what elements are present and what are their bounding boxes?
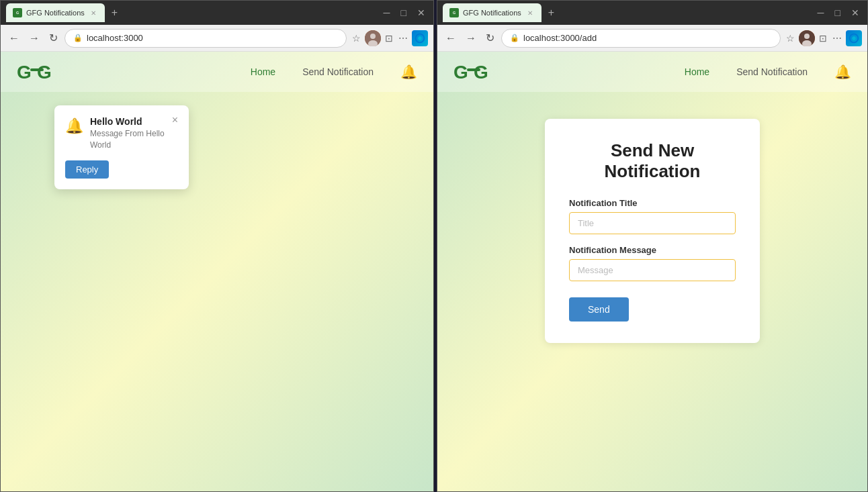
tab-close-left[interactable]: ✕: [89, 8, 98, 17]
maximize-button-left[interactable]: □: [398, 6, 409, 19]
title-input[interactable]: [569, 212, 736, 234]
forward-button-right[interactable]: →: [463, 31, 479, 46]
split-button-right[interactable]: ⊡: [818, 32, 828, 45]
title-field-label: Notification Title: [569, 198, 736, 208]
minimize-button-right[interactable]: ─: [815, 6, 827, 19]
close-button-right[interactable]: ✕: [849, 6, 862, 19]
new-tab-button-right[interactable]: +: [544, 5, 558, 20]
svg-point-3: [370, 34, 376, 39]
gfg-logo-left: G G: [17, 60, 57, 84]
form-container: Send New Notification Notification Title…: [437, 92, 867, 370]
reply-button[interactable]: Reply: [65, 160, 109, 179]
tab-favicon-left: G: [13, 8, 22, 17]
back-button-left[interactable]: ←: [6, 31, 22, 46]
url-text-right: localhost:3000/add: [523, 33, 772, 43]
address-bar-left: ← → ↻ 🔒 localhost:3000 ☆ ⊡ ⋯: [1, 25, 433, 52]
notif-close-button[interactable]: ×: [172, 115, 178, 126]
browser-window-right: G GFG Notifications ✕ + ─ □ ✕ ← → ↻ 🔒 lo…: [437, 0, 868, 492]
back-button-right[interactable]: ←: [443, 31, 459, 46]
nav-links-right: Home Send Notification 🔔: [685, 64, 851, 80]
star-button-left[interactable]: ☆: [351, 32, 362, 45]
app-content-right: G G Home Send Notification 🔔 Send New No…: [437, 52, 867, 491]
maximize-button-right[interactable]: □: [832, 6, 843, 19]
title-bar-left: G GFG Notifications ✕ + ─ □ ✕: [1, 1, 433, 25]
svg-text:G: G: [17, 62, 32, 83]
svg-point-11: [804, 34, 810, 39]
title-bar-right: G GFG Notifications ✕ + ─ □ ✕: [437, 1, 867, 25]
bell-icon-left[interactable]: 🔔: [400, 64, 417, 80]
split-button-left[interactable]: ⊡: [384, 32, 394, 45]
app-content-left: G G Home Send Notification 🔔 🔔 Hello Wor…: [1, 52, 433, 491]
url-bar-right[interactable]: 🔒 localhost:3000/add: [501, 29, 781, 48]
address-bar-right: ← → ↻ 🔒 localhost:3000/add ☆ ⊡ ⋯: [437, 25, 867, 52]
new-tab-button-left[interactable]: +: [107, 5, 122, 20]
app-navbar-right: G G Home Send Notification 🔔: [437, 52, 867, 92]
lock-icon-left: 🔒: [73, 34, 83, 42]
browser-window-left: G GFG Notifications ✕ + ─ □ ✕ ← → ↻ 🔒 lo…: [0, 0, 434, 492]
send-button[interactable]: Send: [569, 297, 629, 322]
lock-icon-right: 🔒: [510, 34, 519, 42]
notif-content: Hello World Message From Hello World: [90, 116, 165, 151]
notif-bell-icon: 🔔: [65, 117, 83, 135]
url-bar-left[interactable]: 🔒 localhost:3000: [64, 29, 347, 48]
bell-icon-right[interactable]: 🔔: [834, 64, 851, 80]
send-notification-link-right[interactable]: Send Notification: [736, 66, 808, 77]
notif-title: Hello World: [90, 116, 165, 127]
tabs-area-left: G GFG Notifications ✕ +: [6, 3, 378, 22]
address-bar-actions-left: ☆ ⊡ ⋯: [351, 30, 428, 46]
edge-icon-right: [846, 30, 862, 46]
minimize-button-left[interactable]: ─: [381, 6, 393, 19]
home-link-left[interactable]: Home: [251, 66, 275, 77]
svg-text:G: G: [453, 11, 455, 15]
forward-button-left[interactable]: →: [26, 31, 42, 46]
tab-right-active[interactable]: G GFG Notifications ✕: [443, 3, 541, 22]
tab-left-active[interactable]: G GFG Notifications ✕: [6, 3, 105, 22]
more-button-right[interactable]: ⋯: [831, 32, 843, 45]
notif-header: 🔔 Hello World Message From Hello World ×: [65, 116, 178, 151]
title-bar-right-left: ─ □ ✕: [381, 6, 428, 19]
refresh-button-right[interactable]: ↻: [483, 30, 497, 46]
notification-popup: 🔔 Hello World Message From Hello World ×…: [54, 105, 189, 189]
app-navbar-left: G G Home Send Notification 🔔: [1, 52, 433, 92]
form-card: Send New Notification Notification Title…: [545, 119, 760, 343]
notif-message: Message From Hello World: [90, 128, 165, 151]
form-page-title: Send New Notification: [569, 140, 736, 182]
more-button-left[interactable]: ⋯: [397, 32, 409, 45]
nav-links-left: Home Send Notification 🔔: [251, 64, 417, 80]
star-button-right[interactable]: ☆: [785, 32, 796, 45]
close-button-left[interactable]: ✕: [415, 6, 428, 19]
message-field-label: Notification Message: [569, 245, 736, 255]
tab-favicon-right: G: [449, 8, 459, 17]
refresh-button-left[interactable]: ↻: [46, 30, 60, 46]
title-bar-controls-right: ─ □ ✕: [815, 6, 862, 19]
logo-svg-right: G G: [453, 60, 494, 84]
edge-icon-left: [412, 30, 428, 46]
svg-text:G: G: [37, 62, 52, 83]
avatar-right[interactable]: [799, 30, 815, 46]
tab-close-right[interactable]: ✕: [525, 8, 535, 17]
logo-svg-left: G G: [17, 60, 57, 84]
url-text-left: localhost:3000: [87, 33, 338, 43]
svg-text:G: G: [474, 62, 488, 83]
tab-title-left: GFG Notifications: [26, 9, 85, 17]
svg-text:G: G: [16, 11, 19, 15]
home-link-right[interactable]: Home: [685, 66, 709, 77]
send-notification-link-left[interactable]: Send Notification: [302, 66, 374, 77]
tabs-area-right: G GFG Notifications ✕ +: [443, 3, 812, 22]
avatar-left[interactable]: [365, 30, 381, 46]
tab-title-right: GFG Notifications: [463, 9, 521, 17]
svg-text:G: G: [453, 62, 468, 83]
gfg-logo-right: G G: [453, 60, 494, 84]
address-bar-actions-right: ☆ ⊡ ⋯: [785, 30, 862, 46]
message-input[interactable]: [569, 259, 736, 281]
